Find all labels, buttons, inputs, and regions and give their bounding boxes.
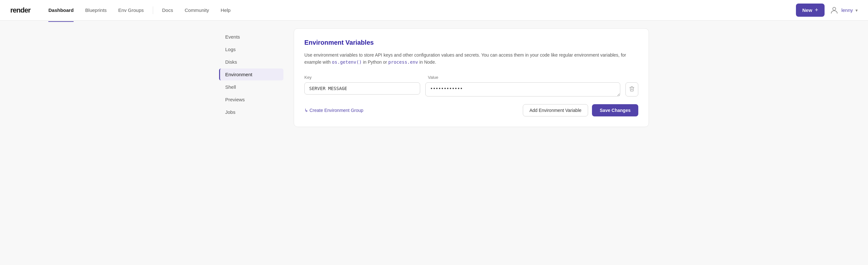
nav-item-env-groups[interactable]: Env Groups xyxy=(113,5,149,15)
env-key-input[interactable] xyxy=(304,82,420,95)
key-column-label: Key xyxy=(304,75,420,80)
sidebar-item-events[interactable]: Events xyxy=(219,31,283,43)
main-content: Environment Variables Use environment va… xyxy=(294,28,649,127)
user-name: lenny xyxy=(841,7,853,13)
env-description: Use environment variables to store API k… xyxy=(304,52,638,66)
sidebar-item-disks[interactable]: Disks xyxy=(219,56,283,68)
sidebar: Events Logs Disks Environment Shell Prev… xyxy=(219,28,283,127)
nav-item-docs[interactable]: Docs xyxy=(157,5,178,15)
page-layout: Events Logs Disks Environment Shell Prev… xyxy=(209,21,659,135)
main-nav: Dashboard Blueprints Env Groups Docs Com… xyxy=(43,5,785,15)
sidebar-item-previews[interactable]: Previews xyxy=(219,94,283,105)
nav-item-dashboard[interactable]: Dashboard xyxy=(43,5,79,15)
env-variables-title: Environment Variables xyxy=(304,39,638,46)
sidebar-item-logs[interactable]: Logs xyxy=(219,43,283,55)
create-environment-group-link[interactable]: ↳ Create Environment Group xyxy=(304,108,363,113)
footer-buttons: Add Environment Variable Save Changes xyxy=(523,104,638,117)
new-button[interactable]: New + xyxy=(796,4,825,17)
env-variable-row: •••••••••••• xyxy=(304,82,638,97)
new-button-label: New xyxy=(802,7,812,13)
process-env-link[interactable]: process.env xyxy=(388,60,418,65)
env-value-input[interactable]: •••••••••••• xyxy=(425,82,620,97)
plus-icon: + xyxy=(815,7,818,13)
delete-env-variable-button[interactable] xyxy=(625,82,638,97)
sidebar-item-environment[interactable]: Environment xyxy=(219,68,283,80)
env-column-headers: Key Value xyxy=(304,75,638,80)
chevron-down-icon: ▾ xyxy=(856,8,858,13)
nav-item-blueprints[interactable]: Blueprints xyxy=(80,5,112,15)
trash-icon xyxy=(629,86,635,93)
nav-item-community[interactable]: Community xyxy=(180,5,214,15)
nav-item-help[interactable]: Help xyxy=(216,5,236,15)
value-column-label: Value xyxy=(428,75,638,80)
header-right: New + lenny ▾ xyxy=(796,4,858,17)
save-changes-button[interactable]: Save Changes xyxy=(592,104,638,117)
user-section[interactable]: lenny ▾ xyxy=(830,6,858,15)
sidebar-item-shell[interactable]: Shell xyxy=(219,81,283,93)
env-variables-card: Environment Variables Use environment va… xyxy=(294,28,649,127)
header: render Dashboard Blueprints Env Groups D… xyxy=(0,0,868,21)
sidebar-item-jobs[interactable]: Jobs xyxy=(219,106,283,118)
add-environment-variable-button[interactable]: Add Environment Variable xyxy=(523,104,588,117)
svg-point-0 xyxy=(833,7,836,10)
env-footer: ↳ Create Environment Group Add Environme… xyxy=(304,104,638,117)
logo: render xyxy=(10,6,30,14)
user-icon xyxy=(830,6,839,15)
os-getenv-link[interactable]: os.getenv() xyxy=(332,60,362,65)
arrow-right-icon: ↳ xyxy=(304,108,308,113)
